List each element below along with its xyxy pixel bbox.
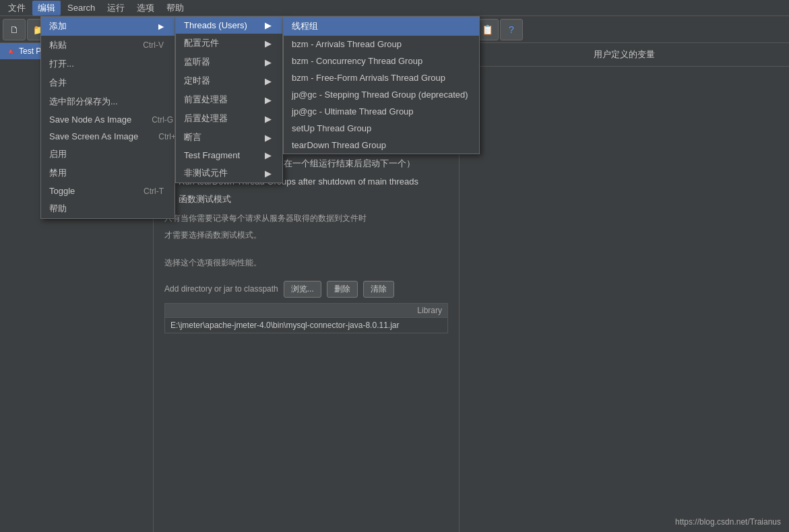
- submenu-threadgroup[interactable]: 线程组: [284, 17, 479, 36]
- submenu-assertion-arrow: ▶: [265, 133, 272, 143]
- submenu-config-arrow: ▶: [265, 38, 272, 48]
- submenu-config[interactable]: 配置元件 ▶: [176, 34, 282, 53]
- checkbox-row-3: 函数测试模式: [164, 193, 448, 205]
- menu-helpitem[interactable]: 帮助: [41, 199, 175, 218]
- submenu-pre-processor-arrow: ▶: [265, 95, 272, 105]
- menu-merge[interactable]: 合并: [41, 73, 175, 92]
- menu-merge-label: 合并: [49, 77, 67, 89]
- classpath-clear-button[interactable]: 清除: [363, 281, 394, 298]
- submenu-jpgc-ultimate[interactable]: jp@gc - Ultimate Thread Group: [284, 103, 479, 120]
- toolbar-new[interactable]: 🗋: [3, 19, 26, 40]
- submenu-threads-arrow: ▶: [265, 20, 272, 30]
- menu-edit[interactable]: 编辑: [32, 1, 61, 15]
- right-panel: 用户定义的变量: [459, 43, 789, 532]
- menu-toggle[interactable]: Toggle Ctrl-T: [41, 182, 175, 199]
- menu-open[interactable]: 打开...: [41, 55, 175, 73]
- submenu-test-fragment-arrow: ▶: [265, 150, 272, 160]
- menu-disable[interactable]: 禁用: [41, 164, 175, 182]
- submenu-jpgc-stepping-label: jp@gc - Stepping Thread Group (deprecate…: [292, 90, 468, 100]
- submenu-non-test[interactable]: 非测试元件 ▶: [176, 164, 282, 182]
- submenu-timer[interactable]: 定时器 ▶: [176, 71, 282, 90]
- menu-saveas-label: 选中部分保存为...: [49, 96, 118, 108]
- add-submenu: Threads (Users) ▶ 配置元件 ▶ 监听器 ▶ 定时器 ▶ 前置处…: [175, 16, 283, 183]
- submenu-jpgc-stepping[interactable]: jp@gc - Stepping Thread Group (deprecate…: [284, 86, 479, 103]
- submenu-post-processor[interactable]: 后置处理器 ▶: [176, 109, 282, 128]
- note-text-4: 选择这个选项很影响性能。: [164, 257, 448, 269]
- submenu-listener-arrow: ▶: [265, 57, 272, 67]
- classpath-delete-button[interactable]: 删除: [327, 281, 358, 298]
- menu-paste[interactable]: 粘贴 Ctrl-V: [41, 36, 175, 55]
- content-body: 独立运行每个线程组（例如在一个组运行结束后启动下一个） Run tearDown…: [154, 147, 459, 532]
- menu-save-node-image-label: Save Node As Image: [49, 114, 131, 125]
- submenu-timer-arrow: ▶: [265, 76, 272, 86]
- submenu-listener[interactable]: 监听器 ▶: [176, 53, 282, 71]
- note-text-2: 才需要选择函数测试模式。: [164, 229, 448, 242]
- submenu-pre-processor-label: 前置处理器: [184, 94, 228, 106]
- library-table: Library E:\jmeter\apache-jmeter-4.0\bin\…: [164, 303, 448, 333]
- menu-add-label: 添加: [49, 20, 67, 32]
- menu-help[interactable]: 帮助: [161, 1, 189, 15]
- menu-enable[interactable]: 启用: [41, 145, 175, 164]
- note-text-3: [164, 246, 448, 253]
- submenu-bzm-freeform[interactable]: bzm - Free-Form Arrivals Thread Group: [284, 69, 479, 86]
- menu-toggle-shortcut: Ctrl-T: [144, 187, 164, 196]
- toolbar-help[interactable]: ?: [500, 19, 523, 40]
- menu-save-node-image-shortcut: Ctrl-G: [152, 115, 173, 125]
- submenu-threadgroup-label: 线程组: [292, 20, 318, 32]
- menu-save-node-image[interactable]: Save Node As Image Ctrl-G: [41, 111, 175, 128]
- submenu-setup-threadgroup-label: setUp Thread Group: [292, 123, 371, 133]
- submenu-threads-users-label: Threads (Users): [184, 20, 247, 30]
- menu-add[interactable]: 添加 ▶: [41, 17, 175, 36]
- menu-bar: 文件 编辑 Search 运行 选项 帮助: [0, 0, 789, 16]
- submenu-assertion-label: 断言: [184, 131, 201, 143]
- classpath-row: Add directory or jar to classpath 浏览... …: [164, 281, 448, 298]
- menu-paste-label: 粘贴: [49, 39, 67, 51]
- menu-open-label: 打开...: [49, 58, 74, 70]
- submenu-listener-label: 监听器: [184, 56, 210, 68]
- submenu-setup-threadgroup[interactable]: setUp Thread Group: [284, 120, 479, 137]
- edit-menu-popup: 添加 ▶ 粘贴 Ctrl-V 打开... 合并 选中部分保存为... Save …: [40, 16, 175, 219]
- threadgroup-submenu: 线程组 bzm - Arrivals Thread Group bzm - Co…: [283, 16, 480, 154]
- submenu-teardown-threadgroup[interactable]: tearDown Thread Group: [284, 137, 479, 154]
- submenu-bzm-arrivals[interactable]: bzm - Arrivals Thread Group: [284, 36, 479, 53]
- library-row[interactable]: E:\jmeter\apache-jmeter-4.0\bin\mysql-co…: [165, 318, 447, 333]
- right-panel-title: 用户定义的变量: [460, 43, 789, 67]
- watermark: https://blog.csdn.net/Traianus: [675, 517, 781, 527]
- submenu-bzm-arrivals-label: bzm - Arrivals Thread Group: [292, 39, 402, 49]
- menu-enable-label: 启用: [49, 148, 67, 160]
- checkbox-functional-label: 函数测试模式: [179, 193, 231, 205]
- submenu-non-test-arrow: ▶: [265, 168, 272, 178]
- browse-button[interactable]: 浏览...: [284, 281, 321, 298]
- menu-saveas[interactable]: 选中部分保存为...: [41, 92, 175, 111]
- library-header: Library: [165, 304, 447, 318]
- submenu-pre-processor[interactable]: 前置处理器 ▶: [176, 90, 282, 109]
- submenu-threads-users[interactable]: Threads (Users) ▶: [176, 17, 282, 34]
- testplan-icon: 🔺: [5, 46, 16, 57]
- submenu-config-label: 配置元件: [184, 37, 219, 49]
- menu-search[interactable]: Search: [62, 1, 100, 14]
- submenu-jpgc-ultimate-label: jp@gc - Ultimate Thread Group: [292, 106, 414, 117]
- submenu-assertion[interactable]: 断言 ▶: [176, 128, 282, 147]
- menu-run[interactable]: 运行: [102, 1, 130, 15]
- submenu-non-test-label: 非测试元件: [184, 167, 228, 179]
- submenu-post-processor-arrow: ▶: [265, 114, 272, 124]
- submenu-test-fragment-label: Test Fragment: [184, 150, 240, 160]
- menu-save-screen-image[interactable]: Save Screen As Image Ctrl+Shift-G: [41, 128, 175, 145]
- menu-save-screen-image-label: Save Screen As Image: [49, 131, 138, 141]
- menu-options[interactable]: 选项: [131, 1, 160, 15]
- menu-disable-label: 禁用: [49, 167, 67, 179]
- submenu-post-processor-label: 后置处理器: [184, 112, 228, 125]
- menu-helpitem-label: 帮助: [49, 203, 67, 215]
- menu-file[interactable]: 文件: [3, 1, 31, 15]
- note-text-1: 只有当你需要记录每个请求从服务器取得的数据到文件时: [164, 212, 448, 225]
- classpath-label: Add directory or jar to classpath: [164, 284, 278, 294]
- submenu-timer-label: 定时器: [184, 75, 210, 87]
- menu-paste-shortcut: Ctrl-V: [143, 40, 164, 50]
- submenu-bzm-concurrency-label: bzm - Concurrency Thread Group: [292, 56, 422, 66]
- submenu-test-fragment[interactable]: Test Fragment ▶: [176, 147, 282, 164]
- submenu-bzm-freeform-label: bzm - Free-Form Arrivals Thread Group: [292, 73, 445, 83]
- submenu-bzm-concurrency[interactable]: bzm - Concurrency Thread Group: [284, 53, 479, 69]
- menu-add-arrow: ▶: [158, 22, 164, 31]
- menu-toggle-label: Toggle: [49, 186, 75, 196]
- submenu-teardown-threadgroup-label: tearDown Thread Group: [292, 140, 386, 150]
